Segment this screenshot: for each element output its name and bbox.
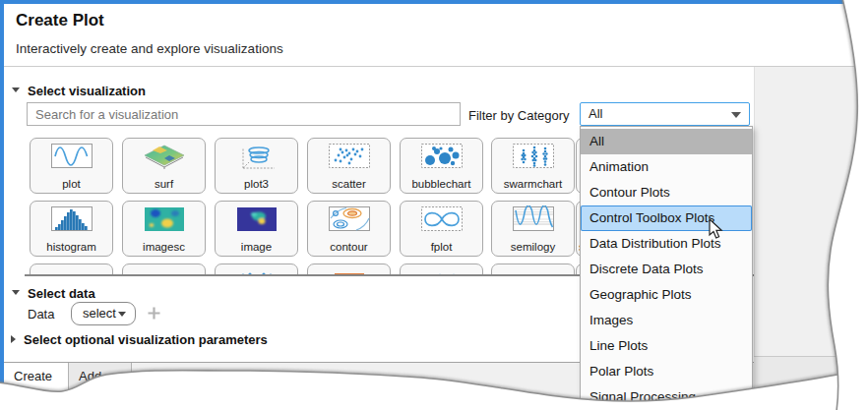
page-subtitle: Interactively create and explore visuali… xyxy=(16,41,283,56)
tile-label: histogram xyxy=(31,241,112,253)
tile-label: bubblechart xyxy=(401,178,482,190)
tile-fplot[interactable]: fplot xyxy=(400,201,483,257)
data-label: Data xyxy=(28,307,54,322)
tile-partial-row3-2[interactable] xyxy=(122,264,206,276)
collapse-triangle-icon[interactable] xyxy=(12,290,20,295)
task-frame-top xyxy=(0,0,868,4)
tile-bubblechart[interactable]: bubblechart xyxy=(400,138,483,194)
tile-partial-row3-1[interactable] xyxy=(30,264,113,276)
contour-icon xyxy=(308,205,390,233)
tile-label: surf xyxy=(123,178,205,190)
category-option-geographic-plots[interactable]: Geographic Plots xyxy=(581,282,752,308)
tile-image[interactable]: image xyxy=(215,201,298,257)
category-option-contour-plots[interactable]: Contour Plots xyxy=(581,180,752,205)
tile-scatter[interactable]: scatter xyxy=(307,138,391,194)
tile-partial-row3-6[interactable] xyxy=(491,264,575,276)
section-optional-parameters[interactable]: Select optional visualization parameters xyxy=(24,332,268,347)
tile-label: contour xyxy=(308,241,390,253)
stackedplot-icon xyxy=(123,268,205,276)
chevron-down-icon xyxy=(118,312,126,317)
search-input[interactable] xyxy=(27,102,461,126)
plus-icon xyxy=(147,306,161,321)
swarmchart-icon xyxy=(492,143,574,170)
geoscatter-icon xyxy=(401,268,482,276)
image-icon xyxy=(216,205,297,233)
expand-triangle-icon[interactable] xyxy=(11,335,16,343)
category-combobox[interactable]: All xyxy=(580,102,750,126)
imagesc-icon xyxy=(123,205,205,233)
tile-plot3[interactable]: plot3 xyxy=(215,138,298,194)
category-option-animation[interactable]: Animation xyxy=(581,154,752,180)
tile-label: swarmchart xyxy=(492,178,574,190)
category-option-line-plots[interactable]: Line Plots xyxy=(581,333,752,359)
tab-create[interactable]: Create xyxy=(4,363,69,410)
tile-histogram[interactable]: histogram xyxy=(30,201,113,257)
category-option-discrete-data-plots[interactable]: Discrete Data Plots xyxy=(581,257,752,282)
tile-label: scatter xyxy=(308,178,390,190)
tile-swarmchart[interactable]: swarmchart xyxy=(491,138,575,194)
tab-add[interactable]: Add xyxy=(69,363,132,410)
category-dropdown-list: All Animation Contour Plots Control Tool… xyxy=(580,126,753,405)
tile-label: semilogy xyxy=(492,241,574,253)
data-select-combobox[interactable]: select xyxy=(71,302,136,325)
surf-icon xyxy=(123,143,205,170)
tile-partial-row3-3[interactable] xyxy=(215,264,298,276)
category-option-images[interactable]: Images xyxy=(581,308,752,333)
header-divider xyxy=(4,66,868,67)
tile-partial-row3-4[interactable] xyxy=(307,264,391,276)
tile-label: plot xyxy=(31,178,112,190)
stem3-icon xyxy=(216,268,297,276)
area-icon xyxy=(308,268,390,276)
add-data-button[interactable] xyxy=(147,306,161,324)
create-plot-task: { "app": { "title": "Create Plot", "subt… xyxy=(0,0,868,410)
data-select-value: select xyxy=(83,306,116,321)
tile-surf[interactable]: surf xyxy=(122,138,206,194)
scatter-icon xyxy=(308,143,390,170)
tile-imagesc[interactable]: imagesc xyxy=(122,201,206,257)
page-title: Create Plot xyxy=(16,11,104,30)
chevron-down-icon xyxy=(731,112,741,118)
bubblechart-icon xyxy=(401,143,482,170)
section-select-visualization[interactable]: Select visualization xyxy=(28,84,146,98)
pie-icon xyxy=(31,268,112,276)
fplot-icon xyxy=(401,205,482,233)
tile-label: image xyxy=(216,241,297,253)
histogram-icon xyxy=(31,205,112,233)
plot-icon xyxy=(31,143,112,170)
next-section-blue-border xyxy=(754,387,868,390)
category-option-all[interactable]: All xyxy=(581,129,752,154)
next-section-band xyxy=(754,356,868,386)
category-option-signal-processing[interactable]: Signal Processing xyxy=(581,384,752,410)
semilogy-icon xyxy=(492,205,574,233)
mouse-cursor-icon xyxy=(708,218,727,244)
category-combobox-value: All xyxy=(589,106,602,121)
collapse-triangle-icon[interactable] xyxy=(12,88,20,92)
tile-partial-row3-5[interactable] xyxy=(400,264,483,276)
tile-label: fplot xyxy=(401,241,482,253)
tile-label: plot3 xyxy=(216,178,297,190)
task-frame-left xyxy=(0,0,4,410)
tile-contour[interactable]: contour xyxy=(307,201,391,257)
plot3-icon xyxy=(216,143,297,170)
tile-plot[interactable]: plot xyxy=(30,138,113,194)
section-select-data[interactable]: Select data xyxy=(28,286,95,301)
filter-by-category-label: Filter by Category xyxy=(468,108,570,123)
tile-semilogy[interactable]: semilogy xyxy=(491,201,575,257)
category-option-polar-plots[interactable]: Polar Plots xyxy=(581,359,752,384)
tile-label: imagesc xyxy=(123,241,205,253)
